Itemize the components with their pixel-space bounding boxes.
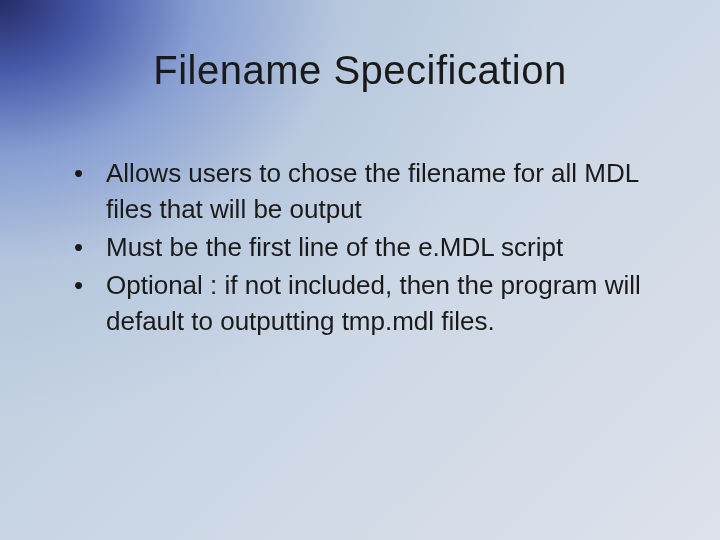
list-item: • Optional : if not included, then the p…: [72, 267, 660, 339]
bullet-text: Must be the first line of the e.MDL scri…: [106, 229, 660, 265]
slide: Filename Specification • Allows users to…: [0, 0, 720, 540]
bullet-icon: •: [72, 155, 106, 191]
list-item: • Allows users to chose the filename for…: [72, 155, 660, 227]
bullet-icon: •: [72, 267, 106, 303]
slide-body: • Allows users to chose the filename for…: [72, 155, 660, 341]
bullet-text: Optional : if not included, then the pro…: [106, 267, 660, 339]
bullet-icon: •: [72, 229, 106, 265]
slide-title: Filename Specification: [0, 48, 720, 93]
list-item: • Must be the first line of the e.MDL sc…: [72, 229, 660, 265]
bullet-text: Allows users to chose the filename for a…: [106, 155, 660, 227]
